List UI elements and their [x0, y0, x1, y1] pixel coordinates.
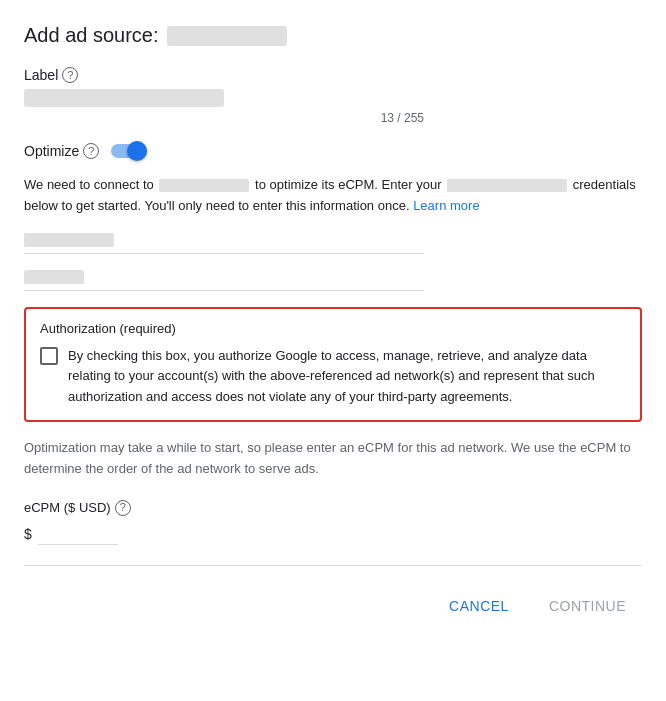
learn-more-link[interactable]: Learn more [413, 198, 479, 213]
network-name-blur [159, 179, 249, 192]
input-field-1-wrap [24, 233, 642, 254]
desc-after-network: to optimize its eCPM. Enter your [255, 177, 441, 192]
auth-title: Authorization (required) [40, 321, 626, 336]
auth-content: By checking this box, you authorize Goog… [40, 346, 626, 408]
dialog: Add ad source: Label ? 13 / 255 Optimize… [0, 0, 666, 646]
ecpm-label: eCPM ($ USD) ? [24, 500, 642, 516]
dialog-title: Add ad source: [24, 24, 159, 47]
optimize-toggle[interactable] [111, 141, 147, 161]
input-field-2-wrap [24, 270, 642, 291]
label-input-value-blur [24, 89, 224, 107]
actions-row: CANCEL CONTINUE [24, 574, 642, 630]
optimize-text: Optimize [24, 143, 79, 159]
char-count: 13 / 255 [24, 111, 424, 125]
actions-divider [24, 565, 642, 566]
input-field-2-underline [24, 290, 424, 291]
cancel-button[interactable]: CANCEL [433, 590, 525, 622]
description-text: We need to connect to to optimize its eC… [24, 175, 642, 217]
optimization-note: Optimization may take a while to start, … [24, 438, 642, 480]
ecpm-label-text: eCPM ($ USD) [24, 500, 111, 515]
auth-checkbox[interactable] [40, 347, 58, 365]
credentials-blur [447, 179, 567, 192]
optimize-help-icon[interactable]: ? [83, 143, 99, 159]
input-field-1-blur [24, 233, 114, 247]
toggle-thumb [127, 141, 147, 161]
authorization-box: Authorization (required) By checking thi… [24, 307, 642, 422]
auth-text: By checking this box, you authorize Goog… [68, 346, 626, 408]
ecpm-input[interactable] [38, 524, 118, 545]
label-text: Label [24, 67, 58, 83]
input-field-2-blur [24, 270, 84, 284]
optimize-row: Optimize ? [24, 141, 642, 161]
dollar-sign: $ [24, 526, 32, 542]
ecpm-input-row: $ [24, 524, 642, 545]
ad-source-name-blur [167, 26, 287, 46]
input-field-1-underline [24, 253, 424, 254]
label-field-label: Label ? [24, 67, 642, 83]
title-row: Add ad source: [24, 24, 642, 47]
optimize-label: Optimize ? [24, 143, 99, 159]
label-help-icon[interactable]: ? [62, 67, 78, 83]
ecpm-help-icon[interactable]: ? [115, 500, 131, 516]
label-section: Label ? 13 / 255 [24, 67, 642, 125]
desc-before-network: We need to connect to [24, 177, 154, 192]
continue-button[interactable]: CONTINUE [533, 590, 642, 622]
ecpm-section: eCPM ($ USD) ? $ [24, 500, 642, 545]
